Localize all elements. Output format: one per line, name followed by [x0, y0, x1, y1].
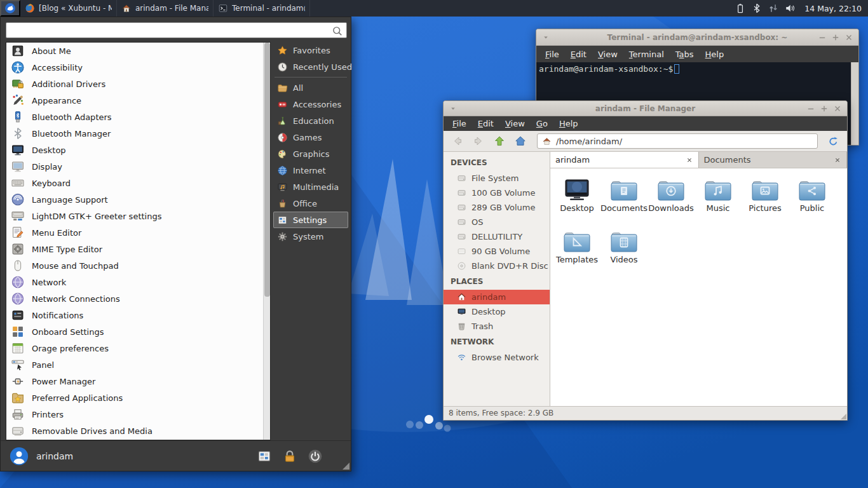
menu-item[interactable]: Power Manager — [6, 373, 270, 390]
sidebar-item-100-gb-volume[interactable]: 100 GB Volume — [444, 186, 550, 200]
scrollbar[interactable] — [263, 43, 270, 440]
folder-videos[interactable]: Videos — [600, 229, 648, 280]
category-settings[interactable]: Settings — [273, 212, 348, 228]
menu-tabs[interactable]: Tabs — [670, 50, 700, 59]
tab-close-icon[interactable] — [834, 156, 841, 164]
menu-edit[interactable]: Edit — [565, 50, 592, 59]
taskbar-button[interactable]: arindam - File Manager — [117, 0, 214, 17]
menu-view[interactable]: View — [499, 119, 531, 128]
menu-view[interactable]: View — [592, 50, 623, 59]
folder-templates[interactable]: Templates — [553, 229, 600, 280]
sidebar-item-trash[interactable]: Trash — [444, 319, 550, 334]
tab-documents[interactable]: Documents — [699, 152, 848, 168]
window-menu-icon[interactable] — [541, 33, 550, 42]
all-settings-button[interactable] — [255, 447, 273, 465]
folder-desktop[interactable]: Desktop — [553, 177, 600, 229]
menu-item[interactable]: About Me — [6, 43, 270, 59]
volume-icon[interactable] — [784, 3, 796, 14]
category-internet[interactable]: Internet — [273, 162, 348, 179]
menu-help[interactable]: Help — [700, 50, 730, 59]
path-bar[interactable]: /home/arindam/ — [537, 133, 818, 149]
menu-item[interactable]: Language Support — [6, 191, 270, 208]
menu-item[interactable]: Orage preferences — [6, 340, 270, 356]
minimize-icon[interactable] — [806, 104, 815, 113]
menu-file[interactable]: File — [447, 119, 472, 128]
applications-menu-button[interactable] — [0, 0, 20, 17]
taskbar-button[interactable]: [Blog « Xubuntu - Mozilla Fire... — [20, 0, 117, 17]
home-button[interactable] — [511, 133, 530, 150]
menu-item[interactable]: Network Connections — [6, 290, 270, 307]
menu-item[interactable]: Bluetooth Adapters — [6, 109, 270, 125]
resize-grip[interactable] — [841, 414, 846, 419]
forward-button[interactable] — [469, 133, 488, 150]
menu-item[interactable]: Additional Drivers — [6, 76, 270, 92]
menu-item[interactable]: Removable Drives and Media — [6, 423, 270, 439]
menu-item[interactable]: MIME Type Editor — [6, 241, 270, 257]
folder-public[interactable]: Public — [789, 177, 836, 229]
menu-item[interactable]: Bluetooth Manager — [6, 125, 270, 142]
minimize-icon[interactable] — [818, 33, 827, 42]
category-system[interactable]: System — [273, 228, 348, 245]
folder-pictures[interactable]: Pictures — [742, 177, 789, 229]
folder-documents[interactable]: Documents — [600, 177, 648, 229]
scrollbar-thumb[interactable] — [264, 43, 270, 297]
sidebar-item-arindam[interactable]: arindam — [444, 290, 550, 304]
clock[interactable]: 14 May, 22:10 — [804, 4, 862, 13]
tab-arindam[interactable]: arindam — [550, 152, 699, 168]
net-arrows-icon[interactable] — [768, 3, 779, 14]
menu-item[interactable]: Network — [6, 274, 270, 290]
close-icon[interactable] — [833, 104, 842, 113]
menu-file[interactable]: File — [539, 50, 565, 59]
category-favorites[interactable]: Favorites — [273, 42, 348, 58]
category-multimedia[interactable]: Multimedia — [273, 179, 348, 195]
menu-item[interactable]: Panel — [6, 356, 270, 373]
menu-item[interactable]: Notifications — [6, 307, 270, 323]
tab-close-icon[interactable] — [686, 156, 693, 164]
sidebar-item-dellutility[interactable]: DELLUTILITY — [444, 229, 550, 244]
menu-go[interactable]: Go — [531, 119, 553, 128]
maximize-icon[interactable] — [831, 33, 840, 42]
menu-item[interactable]: Preferred Applications — [6, 390, 270, 406]
terminal-titlebar[interactable]: Terminal - arindam@arindam-xsandbox: ~ — [536, 29, 858, 46]
maximize-icon[interactable] — [820, 104, 829, 113]
sidebar-item-blank-dvd+r-disc[interactable]: Blank DVD+R Disc — [444, 259, 550, 273]
menu-item[interactable]: Display — [6, 158, 270, 175]
category-accessories[interactable]: Accessories — [273, 96, 348, 112]
menu-terminal[interactable]: Terminal — [623, 50, 670, 59]
bluetooth-icon[interactable] — [751, 3, 763, 14]
menu-item[interactable]: LightDM GTK+ Greeter settings — [6, 208, 270, 224]
logout-button[interactable] — [306, 447, 324, 465]
menu-item[interactable]: Menu Editor — [6, 224, 270, 241]
menu-item[interactable]: Mouse and Touchpad — [6, 257, 270, 274]
search-input[interactable] — [6, 23, 346, 37]
category-games[interactable]: Games — [273, 129, 348, 146]
menu-help[interactable]: Help — [553, 119, 584, 128]
sidebar-item-os[interactable]: OS — [444, 215, 550, 229]
battery-icon[interactable] — [735, 3, 746, 14]
sidebar-item-desktop[interactable]: Desktop — [444, 304, 550, 319]
menu-edit[interactable]: Edit — [472, 119, 499, 128]
folder-downloads[interactable]: Downloads — [648, 177, 695, 229]
category-recently-used[interactable]: Recently Used — [273, 58, 348, 75]
menu-item[interactable]: Appearance — [6, 92, 270, 109]
menu-item[interactable]: Accessibility — [6, 59, 270, 76]
sidebar-item-289-gb-volume[interactable]: 289 GB Volume — [444, 200, 550, 215]
menu-item[interactable]: Desktop — [6, 142, 270, 158]
file-manager-titlebar[interactable]: arindam - File Manager — [444, 101, 847, 116]
menu-item[interactable]: Keyboard — [6, 175, 270, 191]
terminal-scrollbar[interactable] — [851, 62, 858, 145]
up-button[interactable] — [490, 133, 509, 150]
menu-resize-grip[interactable] — [342, 463, 349, 470]
close-icon[interactable] — [844, 33, 853, 42]
category-education[interactable]: Education — [273, 112, 348, 129]
sidebar-item-90-gb-volume[interactable]: 90 GB Volume — [444, 244, 550, 259]
lock-screen-button[interactable] — [281, 447, 299, 465]
window-menu-icon[interactable] — [449, 104, 458, 113]
menu-item[interactable]: Onboard Settings — [6, 323, 270, 340]
category-all[interactable]: All — [273, 79, 348, 96]
sidebar-item-browse-network[interactable]: Browse Network — [444, 350, 550, 365]
category-office[interactable]: Office — [273, 195, 348, 212]
category-graphics[interactable]: Graphics — [273, 146, 348, 162]
menu-item[interactable]: Printers — [6, 406, 270, 423]
back-button[interactable] — [448, 133, 467, 150]
